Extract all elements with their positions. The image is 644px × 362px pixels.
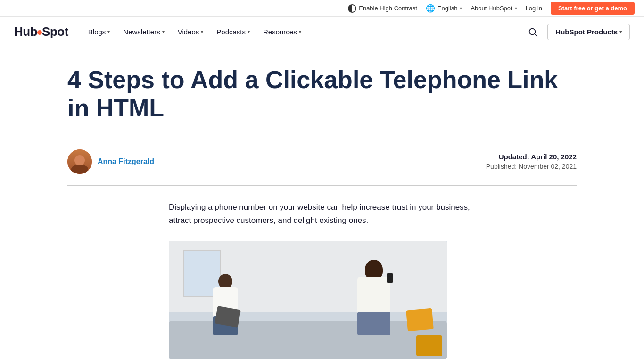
nav-resources[interactable]: Resources ▾	[257, 24, 307, 40]
article-hero-image	[169, 241, 447, 359]
top-bar-left: Enable High Contrast 🌐 English ▾ About H…	[348, 2, 635, 15]
nav-blogs[interactable]: Blogs ▾	[83, 24, 116, 40]
start-free-button[interactable]: Start free or get a demo	[551, 2, 635, 15]
date-updated: Updated: April 20, 2022	[486, 153, 577, 161]
yellow-pillow-2	[416, 335, 442, 356]
nav-videos[interactable]: Videos ▾	[172, 24, 209, 40]
high-contrast-button[interactable]: Enable High Contrast	[348, 4, 417, 13]
yellow-pillow	[406, 308, 434, 332]
contrast-icon	[348, 4, 356, 13]
language-label: English	[438, 5, 458, 12]
nav-hubspot-products[interactable]: HubSpot Products ▾	[547, 24, 630, 40]
login-link[interactable]: Log in	[526, 5, 542, 12]
videos-chevron-icon: ▾	[201, 29, 203, 34]
chevron-down-icon: ▾	[460, 6, 462, 11]
article-top-divider	[67, 138, 577, 138]
resources-label: Resources	[263, 28, 297, 36]
search-button[interactable]	[524, 23, 542, 41]
podcasts-chevron-icon: ▾	[248, 29, 250, 34]
top-bar: Enable High Contrast 🌐 English ▾ About H…	[0, 0, 644, 17]
logo-dot	[37, 30, 42, 35]
nav-newsletters[interactable]: Newsletters ▾	[117, 24, 170, 40]
globe-icon: 🌐	[426, 4, 435, 13]
products-label: HubSpot Products	[555, 28, 618, 36]
resources-chevron-icon: ▾	[299, 29, 301, 34]
nav-items: Blogs ▾ Newsletters ▾ Videos ▾ Podcasts …	[83, 24, 524, 40]
about-chevron-icon: ▾	[515, 6, 517, 11]
article-meta: Anna Fitzgerald Updated: April 20, 2022 …	[67, 149, 577, 174]
avatar	[67, 149, 92, 174]
about-hubspot-link[interactable]: About HubSpot ▾	[471, 5, 517, 12]
login-label: Log in	[526, 5, 542, 12]
article-bottom-divider	[67, 185, 577, 186]
blogs-chevron-icon: ▾	[107, 29, 110, 34]
image-background	[169, 241, 447, 359]
language-selector[interactable]: 🌐 English ▾	[426, 4, 462, 13]
hubspot-logo[interactable]: HubSpot	[14, 25, 68, 39]
author-name-link[interactable]: Anna Fitzgerald	[98, 157, 154, 166]
article-content: Displaying a phone number on your websit…	[67, 201, 577, 359]
logo-text-left: HubSpot	[14, 25, 68, 39]
phone	[387, 273, 393, 283]
svg-line-1	[535, 34, 537, 36]
nav-podcasts[interactable]: Podcasts ▾	[211, 24, 256, 40]
high-contrast-label: Enable High Contrast	[359, 5, 417, 12]
dates-info: Updated: April 20, 2022 Published: Novem…	[486, 153, 577, 170]
podcasts-label: Podcasts	[216, 28, 246, 36]
products-chevron-icon: ▾	[619, 29, 622, 34]
about-label: About HubSpot	[471, 5, 512, 12]
blogs-label: Blogs	[88, 28, 106, 36]
article-title: 4 Steps to Add a Clickable Telephone Lin…	[67, 66, 562, 123]
newsletters-label: Newsletters	[123, 28, 160, 36]
date-published: Published: November 02, 2021	[486, 163, 577, 170]
newsletters-chevron-icon: ▾	[162, 29, 165, 34]
article-intro: Displaying a phone number on your websit…	[169, 201, 475, 228]
person-adult	[348, 260, 400, 335]
search-icon	[528, 27, 538, 37]
main-nav: HubSpot Blogs ▾ Newsletters ▾ Videos ▾ P…	[0, 17, 644, 47]
article-container: 4 Steps to Add a Clickable Telephone Lin…	[30, 47, 614, 359]
videos-label: Videos	[178, 28, 199, 36]
author-info: Anna Fitzgerald	[67, 149, 154, 174]
article-body: Displaying a phone number on your websit…	[169, 201, 475, 359]
avatar-face	[67, 149, 92, 174]
person-child	[206, 274, 244, 335]
